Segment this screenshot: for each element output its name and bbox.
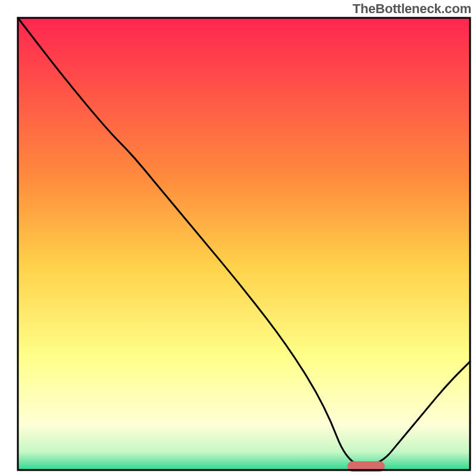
plot-area bbox=[18, 18, 470, 470]
gradient-background bbox=[18, 18, 470, 470]
bottleneck-chart: TheBottleneck.com bbox=[0, 0, 476, 476]
chart-svg bbox=[0, 0, 476, 476]
watermark-text: TheBottleneck.com bbox=[352, 1, 471, 17]
